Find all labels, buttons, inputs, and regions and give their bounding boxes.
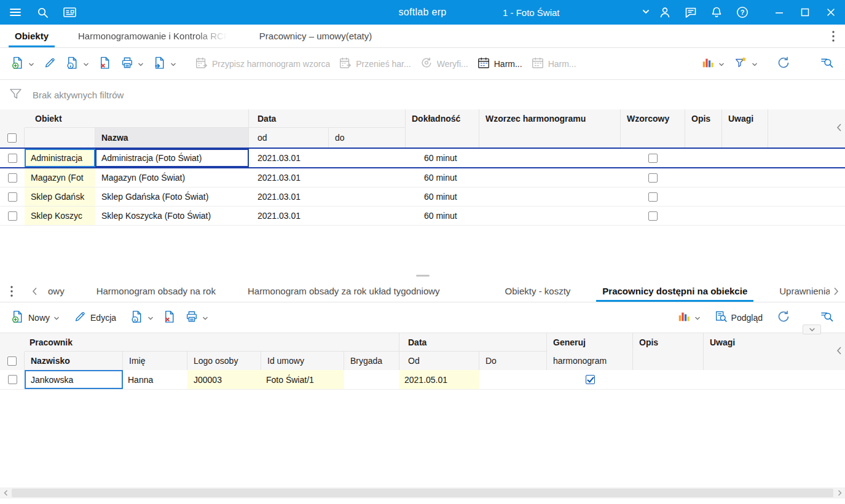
column-subheader-imie[interactable]: Imię [123,352,187,370]
print-button[interactable] [116,53,148,74]
help-icon[interactable]: ? [732,2,753,23]
chart-view-button[interactable] [673,307,705,328]
column-header-obiekt[interactable]: Obiekt [25,109,249,128]
maximize-button[interactable] [795,2,816,23]
cell-nazwa[interactable]: Administracja (Foto Świat) [95,149,249,167]
chart-view-button[interactable] [697,53,729,74]
row-select-checkbox[interactable] [8,211,17,221]
column-subheader-do[interactable]: do [329,128,406,148]
global-search-icon[interactable] [32,2,53,23]
cell-obiekt[interactable]: Sklep Koszyc [25,207,95,225]
cell-od[interactable]: 2021.03.01 [249,187,329,206]
edit-record-button[interactable] [39,53,61,74]
close-button[interactable] [820,2,841,23]
hamburger-menu-icon[interactable] [5,2,26,23]
column-subheader-nazwisko[interactable]: Nazwisko [25,352,123,370]
harmonogram-2-button[interactable]: Harm... [527,53,581,74]
cell-do[interactable] [329,149,406,167]
horizontal-scrollbar[interactable] [0,487,845,498]
column-header-pracownik[interactable]: Pracownik [25,333,399,352]
cell-uwagi[interactable] [704,370,845,389]
column-subheader-nazwa[interactable]: Nazwa [95,128,249,148]
select-all-checkbox[interactable] [7,356,17,366]
tab-pracownicy-dostepni-na-obiekcie[interactable]: Pracownicy dostępni na obiekcie [586,280,763,302]
wzorcowy-checkbox[interactable] [648,154,658,163]
cell-logo-osoby[interactable]: J00003 [187,370,261,389]
cell-dokladnosc[interactable]: 60 minut [406,168,479,187]
new-record-button[interactable] [6,53,39,75]
column-header-opis[interactable]: Opis [685,109,722,148]
collapse-panel-icon[interactable] [835,345,843,358]
table-row[interactable]: Sklep Gdańsk Sklep Gdańska (Foto Świat) … [0,187,845,207]
nowy-button[interactable]: Nowy [6,307,64,329]
wzorcowy-checkbox[interactable] [648,192,658,202]
column-header-opis[interactable]: Opis [633,333,704,370]
record-info-button[interactable] [61,53,93,75]
export-record-button[interactable] [148,53,181,75]
scroll-left-icon[interactable] [0,487,11,498]
collapse-panel-icon[interactable] [835,122,843,135]
cell-opis[interactable] [633,370,704,389]
select-all-checkbox[interactable] [7,133,17,143]
company-selector[interactable]: 1 - Foto Świat [503,7,650,18]
podglad-button[interactable]: Podgląd [710,307,767,328]
record-info-button[interactable] [125,307,158,329]
column-header-data[interactable]: Data [399,333,547,352]
cell-nazwisko[interactable]: Jankowska [25,370,123,389]
column-header-wzorcowy[interactable]: Wzorcowy [621,109,685,148]
refresh-button[interactable] [772,306,795,329]
column-subheader-od[interactable]: Od [399,352,479,370]
cell-od[interactable]: 2021.05.01 [399,370,479,389]
generuj-harmonogram-checkbox[interactable] [586,375,595,384]
table-row[interactable]: Administracja Administracja (Foto Świat)… [0,148,845,168]
tab-partial[interactable]: owy [44,280,81,302]
splitter-grip[interactable] [416,275,430,277]
delete-record-button[interactable] [158,307,181,329]
cell-dokladnosc[interactable]: 60 minut [406,187,479,206]
scroll-right-icon[interactable] [834,487,845,498]
cell-od[interactable]: 2021.03.01 [249,207,329,225]
przenies-harmonogram-button[interactable]: Przenieś har... [334,53,415,74]
weryfikuj-button[interactable]: Weryfi... [415,53,473,74]
cell-dokladnosc[interactable]: 60 minut [406,149,479,167]
cell-wzorzec[interactable] [479,168,621,187]
cell-obiekt[interactable]: Magazyn (Fot [25,168,95,187]
tab-overflow-menu-icon[interactable] [827,25,840,47]
tab-scroll-left-icon[interactable] [28,280,41,302]
column-header-uwagi[interactable]: Uwagi [704,333,845,370]
cell-uwagi[interactable] [722,149,768,167]
column-subheader-brygada[interactable]: Brygada [344,352,399,370]
cell-uwagi[interactable] [722,207,768,225]
cell-opis[interactable] [685,149,722,167]
tab-obiekty[interactable]: Obiekty [0,25,63,47]
harmonogram-button[interactable]: Harm... [473,53,527,74]
column-subheader-od[interactable]: od [249,128,329,148]
cell-od[interactable]: 2021.03.01 [249,149,329,167]
row-select-checkbox[interactable] [8,154,17,163]
cell-nazwa[interactable]: Sklep Koszycka (Foto Świat) [95,207,249,225]
refresh-button[interactable] [772,52,795,75]
wzorcowy-checkbox[interactable] [648,211,658,221]
cell-id-umowy[interactable]: Foto Świat/1 [261,370,344,389]
notifications-bell-icon[interactable] [706,2,727,23]
minimize-button[interactable] [769,2,790,23]
cell-obiekt[interactable]: Sklep Gdańsk [25,187,95,206]
table-row[interactable]: Magazyn (Fot Magazyn (Foto Świat) 2021.0… [0,168,845,187]
column-subheader-do[interactable]: Do [479,352,547,370]
column-header-uwagi[interactable]: Uwagi [722,109,768,148]
row-select-checkbox[interactable] [8,375,17,384]
cell-uwagi[interactable] [722,187,768,206]
cell-opis[interactable] [685,207,722,225]
cell-do[interactable] [329,168,406,187]
column-header-data[interactable]: Data [249,109,406,128]
table-row[interactable]: Sklep Koszyc Sklep Koszycka (Foto Świat)… [0,207,845,226]
cell-do[interactable] [329,207,406,225]
column-subheader-id-umowy[interactable]: Id umowy [261,352,344,370]
column-header-wzorzec-harmonogramu[interactable]: Wzorzec harmonogramu [479,109,621,148]
cell-wzorzec[interactable] [479,207,621,225]
contact-card-icon[interactable] [59,2,80,23]
tab-obiekty-koszty[interactable]: Obiekty - koszty [489,280,587,302]
cell-wzorzec[interactable] [479,149,621,167]
column-subheader-empty[interactable] [25,128,95,148]
search-in-table-button[interactable] [815,53,839,75]
